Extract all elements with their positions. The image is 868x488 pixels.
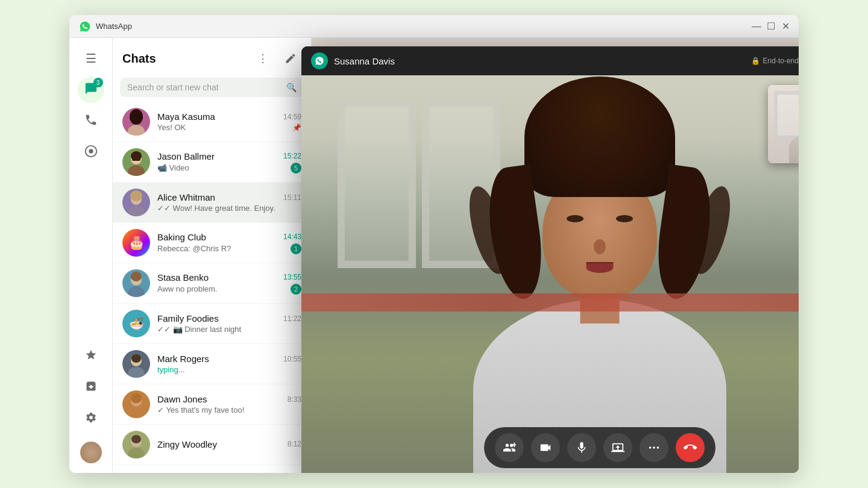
chat-info-mark: Mark Rogers 10:55 typing... xyxy=(157,354,301,374)
chat-preview-baking: Rebecca: @Chris R? xyxy=(157,244,287,253)
chat-info-family: Family Foodies 11:22 ✓✓ 📷 Dinner last ni… xyxy=(157,313,301,334)
chat-info-baking: Baking Club 14:43 Rebecca: @Chris R? 1 xyxy=(157,232,301,254)
svg-point-23 xyxy=(131,435,141,443)
star-icon xyxy=(85,349,97,364)
chats-title: Chats xyxy=(122,52,156,66)
app-window: WhatsApp — ☐ ✕ ☰ 3 xyxy=(69,15,799,473)
svg-point-3 xyxy=(128,125,145,136)
svg-point-11 xyxy=(130,190,142,201)
chat-name-jason: Jason Ballmer xyxy=(157,151,215,161)
nav-starred[interactable] xyxy=(78,343,104,369)
screen-share-button[interactable] xyxy=(603,433,632,462)
more-options-button[interactable] xyxy=(640,433,668,462)
chat-info-zingy: Zingy Woodley 8:12 xyxy=(157,439,301,451)
chat-item-stasa[interactable]: Stasa Benko 13:55 Aww no problem. 2 xyxy=(113,263,311,304)
end-call-button[interactable] xyxy=(676,433,705,462)
chats-badge: 3 xyxy=(93,78,103,87)
svg-point-16 xyxy=(128,367,145,378)
new-chat-button[interactable] xyxy=(280,48,301,69)
nose xyxy=(594,239,606,254)
close-button[interactable]: ✕ xyxy=(782,23,789,30)
chat-info-jason: Jason Ballmer 15:22 📹 Video 5 xyxy=(157,151,301,174)
menu-icon-btn[interactable]: ⋮ xyxy=(252,48,274,69)
menu-icon: ☰ xyxy=(86,51,96,66)
maximize-button[interactable]: ☐ xyxy=(767,23,775,30)
badge-baking: 1 xyxy=(291,243,301,254)
avatar-mark xyxy=(122,350,150,378)
avatar-stasa xyxy=(122,269,150,297)
nav-archive[interactable] xyxy=(78,374,104,401)
mute-button[interactable] xyxy=(567,433,596,462)
chat-preview-dawn: ✓ Yes that's my fave too! xyxy=(157,405,301,414)
status-icon xyxy=(84,145,98,161)
chat-item-maya[interactable]: Maya Kasuma 14:59 Yes! OK 📌 xyxy=(113,102,311,142)
settings-icon xyxy=(85,411,97,427)
chat-item-baking[interactable]: 🎂 Baking Club 14:43 Rebecca: @Chris R? 1 xyxy=(113,223,311,263)
chat-name-alice: Alice Whitman xyxy=(157,192,215,202)
nav-status[interactable] xyxy=(78,139,104,166)
chat-preview-maya: Yes! OK xyxy=(157,123,290,132)
nav-menu[interactable]: ☰ xyxy=(78,45,104,72)
chat-preview-jason: 📹 Video xyxy=(157,163,287,172)
search-input[interactable] xyxy=(127,83,284,92)
chat-preview-mark: typing... xyxy=(157,365,301,374)
chat-name-mark: Mark Rogers xyxy=(157,354,209,364)
self-view xyxy=(768,85,799,163)
svg-point-1 xyxy=(89,149,93,153)
avatar-maya xyxy=(122,108,150,136)
person-container xyxy=(449,75,750,473)
svg-point-22 xyxy=(128,448,145,458)
svg-point-26 xyxy=(657,446,659,449)
chat-item-family[interactable]: 🍜 Family Foodies 11:22 ✓✓ 📷 Dinner last … xyxy=(113,304,311,344)
svg-point-19 xyxy=(128,407,145,418)
pin-icon-maya: 📌 xyxy=(292,124,301,132)
hair-top xyxy=(524,77,675,197)
chat-time-jason: 15:22 xyxy=(283,152,301,160)
chat-time-stasa: 13:55 xyxy=(283,273,301,281)
mouth xyxy=(587,262,614,273)
sv-window xyxy=(774,91,799,139)
nav-calls[interactable] xyxy=(78,108,104,134)
nav-settings[interactable] xyxy=(78,405,104,432)
chat-item-mark[interactable]: Mark Rogers 10:55 typing... xyxy=(113,344,311,384)
chat-preview-alice: ✓✓ Wow! Have great time. Enjoy. xyxy=(157,204,301,213)
app-title: WhatsApp xyxy=(96,22,753,31)
eye-left xyxy=(567,215,583,222)
video-toggle-button[interactable] xyxy=(531,433,560,462)
video-encrypted-label: 🔒 End-to-end endcrypted xyxy=(751,57,799,65)
avatar-jason xyxy=(122,148,150,176)
minimize-button[interactable]: — xyxy=(753,23,760,30)
add-participant-button[interactable] xyxy=(495,433,524,462)
svg-point-20 xyxy=(131,393,142,403)
chat-info-dawn: Dawn Jones 8:33 ✓ Yes that's my fave too… xyxy=(157,394,301,414)
nav-sidebar: ☰ 3 xyxy=(69,38,113,473)
chat-name-maya: Maya Kasuma xyxy=(157,111,215,122)
chat-time-alice: 15:11 xyxy=(283,193,301,202)
avatar-family: 🍜 xyxy=(122,310,150,337)
chat-info-maya: Maya Kasuma 14:59 Yes! OK 📌 xyxy=(157,111,301,132)
lock-icon: 🔒 xyxy=(751,57,760,65)
chat-item-zingy[interactable]: Zingy Woodley 8:12 xyxy=(113,425,311,465)
svg-rect-8 xyxy=(132,158,140,161)
chat-item-alice[interactable]: Alice Whitman 15:11 ✓✓ Wow! Have great t… xyxy=(113,183,311,223)
chat-item-jason[interactable]: Jason Ballmer 15:22 📹 Video 5 xyxy=(113,142,311,183)
search-icon: 🔍 xyxy=(286,83,297,92)
svg-point-10 xyxy=(128,205,145,216)
chat-time-maya: 14:59 xyxy=(283,113,301,121)
window-controls: — ☐ ✕ xyxy=(753,23,789,30)
user-avatar[interactable] xyxy=(80,442,102,463)
video-caller-name: Susanna Davis xyxy=(334,56,751,66)
chat-item-dawn[interactable]: Dawn Jones 8:33 ✓ Yes that's my fave too… xyxy=(113,384,311,425)
chat-preview-stasa: Aww no problem. xyxy=(157,284,287,293)
avatar-zingy xyxy=(122,431,150,458)
calls-icon xyxy=(84,113,98,130)
window-sill xyxy=(301,293,799,311)
chat-info-alice: Alice Whitman 15:11 ✓✓ Wow! Have great t… xyxy=(157,192,301,213)
nav-chats[interactable]: 3 xyxy=(78,77,104,103)
chat-time-family: 11:22 xyxy=(283,314,301,323)
chat-name-baking: Baking Club xyxy=(157,232,206,242)
svg-point-24 xyxy=(649,446,652,449)
chat-name-zingy: Zingy Woodley xyxy=(157,439,217,449)
chat-time-dawn: 8:33 xyxy=(288,395,301,404)
archive-icon xyxy=(85,380,97,395)
